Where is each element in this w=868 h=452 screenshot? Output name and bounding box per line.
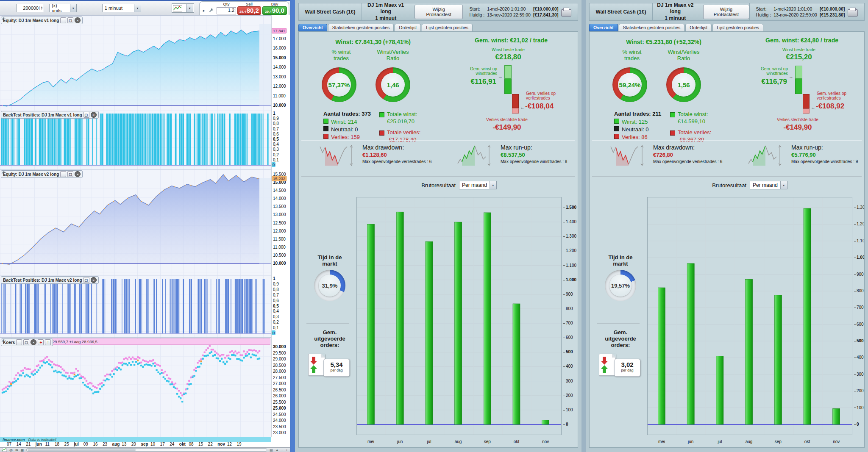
zoom-in-button[interactable]: + <box>286 448 288 452</box>
wrench-icon[interactable] <box>60 17 66 23</box>
bar-axis-label: 600 <box>854 322 864 327</box>
sell-button[interactable]: 29.480,2 <box>237 6 261 15</box>
window-icon[interactable]: ▢ <box>83 112 89 118</box>
chart-style-button[interactable]: ▼ <box>172 3 194 13</box>
spinner-arrows-icon[interactable]: ▲▼ <box>39 6 44 10</box>
tab-lijst-gesloten-posities[interactable]: Lijst gesloten posities <box>712 24 763 31</box>
chart-icon[interactable] <box>2 448 7 452</box>
window-icon[interactable]: ▢ <box>83 277 89 283</box>
wrench-icon[interactable] <box>60 171 66 177</box>
month-label: sep <box>478 439 497 444</box>
chevron-down-icon[interactable]: ▼ <box>780 181 787 189</box>
tab-overzicht[interactable]: Overzicht <box>589 24 618 31</box>
chart-style-icon <box>173 5 182 11</box>
period-select[interactable]: Per maand ▼ <box>459 181 497 189</box>
timeframe-select[interactable]: 1 minuut ▼ <box>102 4 141 12</box>
neutral-legend-swatch <box>614 126 619 131</box>
bar-axis-label: 900 <box>563 292 573 297</box>
add-indicator-icon[interactable]: + <box>38 339 44 345</box>
qty-input[interactable]: 1.2 <box>217 7 236 14</box>
doc-icon[interactable]: ▤ <box>270 448 273 452</box>
tab-lijst-gesloten-posities[interactable]: Lijst gesloten posities <box>422 24 473 31</box>
chevron-down-icon[interactable]: ▼ <box>134 4 141 12</box>
time-axis-label: aug <box>112 442 120 446</box>
price-chart[interactable]: Dag:+Hoog 29.559,7 +Laag 28.936,5 Koers … <box>0 337 271 437</box>
wrench-icon[interactable] <box>16 339 22 345</box>
gross-result-label: Brutoresultaat <box>421 182 456 189</box>
waterfall-lightgreen <box>504 65 512 79</box>
waterfall-lightred <box>512 108 519 114</box>
bar-jun <box>687 263 694 424</box>
bar-nov <box>833 409 840 424</box>
max-consecutive-losses: Max opeenvolgende verliestrades : 6 <box>653 159 722 164</box>
watermark: finance.com <box>3 438 25 442</box>
expand-icon[interactable]: ▸ <box>201 8 206 13</box>
window-icon[interactable]: ▢ <box>67 17 73 23</box>
axis-tick: 13.000 <box>273 75 286 79</box>
print-icon[interactable] <box>561 9 571 17</box>
time-axis-label: 24 <box>170 442 174 446</box>
close-icon[interactable]: × <box>91 112 97 118</box>
wijzig-probacktest-button[interactable]: Wijzig ProBacktest <box>415 5 463 19</box>
close-icon[interactable]: × <box>75 171 81 177</box>
equity-chart-v1[interactable]: Equity: DJ 1m Maex v1 long ▢ × <box>0 15 271 110</box>
report-header: Wall Street Cash (1€) DJ 1m Maex v2 long… <box>589 3 865 21</box>
chevron-down-icon[interactable]: ▼ <box>70 4 76 12</box>
bar-axis-label: 700 <box>854 305 864 310</box>
tab-orderlijst[interactable]: Orderlijst <box>685 24 712 31</box>
buy-button[interactable]: 29.490,0 <box>262 6 287 15</box>
quantity-spinner[interactable]: 200000 ▲▼ <box>16 4 44 12</box>
start-label: Start: <box>756 6 771 11</box>
print-icon[interactable] <box>848 9 858 17</box>
tab-statistieken-gesloten-posities[interactable]: Statistieken gesloten posities <box>619 24 684 31</box>
loss-legend-swatch <box>323 134 328 139</box>
panel-title-tab: BackTest Posities: DJ 1m Maex v1 long ▢ … <box>1 111 99 119</box>
value-axis: 0 10,90,80,70,60,50,40,30,20,1 <box>271 110 290 169</box>
horizontal-scrollbar[interactable] <box>26 448 267 452</box>
scrollbar-thumb[interactable] <box>28 449 136 451</box>
report-tabs: OverzichtStatistieken gesloten positiesO… <box>589 23 763 31</box>
axis-tick: 1 <box>273 276 275 281</box>
close-icon[interactable]: × <box>75 17 81 23</box>
buy-marker-icon[interactable]: ↑ <box>45 339 51 345</box>
avg-win-value: €116,91 <box>441 78 496 86</box>
bar-axis-label: 1.100 <box>854 238 865 243</box>
period-select[interactable]: Per maand ▼ <box>750 181 787 189</box>
scroll-up-icon[interactable]: ▲ <box>275 448 279 452</box>
at-icon[interactable]: @ <box>9 448 13 452</box>
window-icon[interactable]: ▢ <box>23 339 29 345</box>
application-window: 200000 ▲▼ (x) units ▼ 1 minuut ▼ ▼ <box>0 0 868 452</box>
avg-profit-per-trade: Gem. winst: €21,02 / trade <box>445 37 577 44</box>
max-drawdown-label: Max drawdown: <box>362 144 404 151</box>
orders-per-day: 5,34 per dag <box>323 359 350 377</box>
equity-chart-v2[interactable]: Equity: DJ 1m Maex v2 long ▢ × <box>0 169 271 275</box>
gross-result-bar-chart <box>356 197 562 435</box>
axis-tick: 0,5 <box>273 304 279 308</box>
status-bar: @ ✉ ▦ ▤ ▲ − + <box>0 447 290 452</box>
tab-overzicht[interactable]: Overzicht <box>298 24 327 31</box>
grid-icon[interactable]: ▦ <box>21 448 24 452</box>
worst-trade-value: -€149,90 <box>441 123 573 132</box>
mail-icon[interactable]: ✉ <box>15 448 18 452</box>
axis-tick: 26.000 <box>273 394 286 398</box>
market-name: Wall Street Cash (1€) <box>596 9 646 15</box>
chevron-down-icon[interactable]: ▼ <box>490 181 496 189</box>
tab-statistieken-gesloten-posities[interactable]: Statistieken gesloten posities <box>328 24 394 31</box>
close-icon[interactable]: × <box>31 339 36 345</box>
positions-chart-v2[interactable]: BackTest Posities: DJ 1m Maex v2 long ▢ … <box>0 275 271 338</box>
window-icon[interactable]: ▢ <box>67 171 73 177</box>
tab-orderlijst[interactable]: Orderlijst <box>395 24 421 31</box>
zoom-out-button[interactable]: − <box>281 448 284 452</box>
wrench-icon[interactable] <box>208 8 215 13</box>
positions-chart-v1[interactable]: BackTest Posities: DJ 1m Maex v1 long ▢ … <box>0 110 271 169</box>
waterfall-lightred <box>803 108 810 114</box>
close-icon[interactable]: × <box>91 277 97 283</box>
chevron-down-icon[interactable]: ▼ <box>186 4 193 12</box>
axis-tick: 13.500 <box>273 204 286 209</box>
trade-count: Aantal trades: 211 <box>614 111 661 117</box>
wijzig-probacktest-button[interactable]: Wijzig ProBacktest <box>703 5 749 19</box>
bar-aug <box>746 279 753 424</box>
units-select[interactable]: (x) units ▼ <box>49 4 77 12</box>
axis-tick: 0,2 <box>273 320 279 324</box>
arrow-left-icon: ← <box>811 105 815 110</box>
